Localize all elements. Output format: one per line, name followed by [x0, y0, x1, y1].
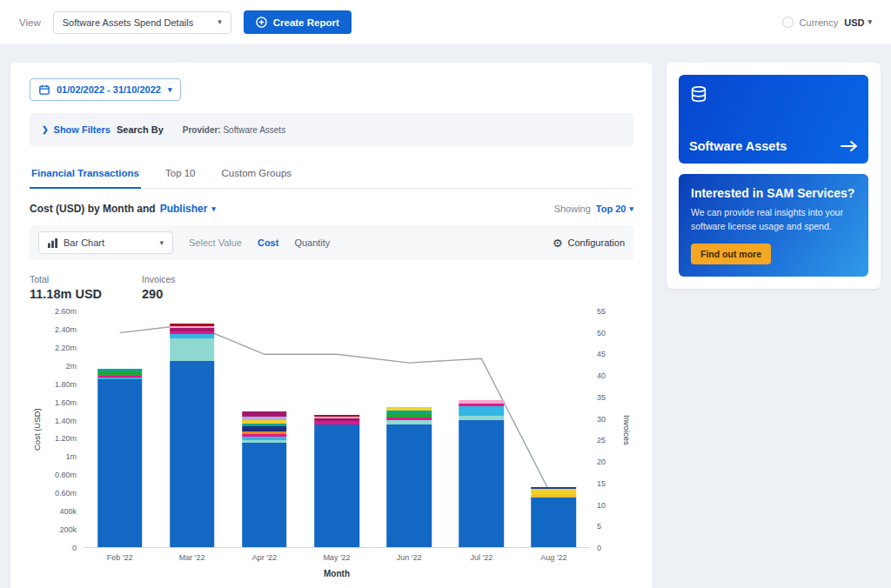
value-option-cost[interactable]: Cost	[258, 237, 278, 248]
y-tick-left: 0.80m	[55, 471, 77, 479]
arrow-right-icon	[841, 140, 858, 152]
currency-label: Currency	[800, 17, 839, 28]
y-tick-right: 15	[597, 479, 606, 488]
y-axis-right-title: Invoices	[620, 311, 633, 548]
y-tick-left: 2.40m	[55, 325, 77, 334]
y-tick-left: 0	[72, 544, 77, 552]
y-axis-left: 0200k400k0.60m0.80m1m1.20m1.40m1.60m1.80…	[44, 311, 84, 548]
search-by-label: Search By	[117, 124, 164, 135]
sam-body: We can provide real insights into your s…	[691, 206, 856, 234]
x-tick: Feb '22	[84, 553, 156, 562]
database-icon	[689, 85, 858, 104]
total-label: Total	[30, 274, 102, 284]
x-tick: Aug '22	[518, 553, 590, 562]
currency-select[interactable]: USD ▾	[844, 17, 872, 28]
x-tick: Mar '22	[156, 553, 228, 562]
view-label: View	[19, 17, 41, 28]
tab-custom-groups[interactable]: Custom Groups	[220, 160, 294, 188]
bar-column	[300, 311, 372, 547]
currency-icon	[782, 17, 794, 28]
chevron-down-icon: ▾	[629, 205, 633, 213]
tab-top-10[interactable]: Top 10	[164, 160, 198, 188]
y-tick-right: 40	[597, 371, 606, 380]
configuration-label: Configuration	[568, 237, 625, 248]
bar-segment[interactable]	[459, 420, 504, 547]
find-out-more-button[interactable]: Find out more	[691, 244, 771, 264]
select-value-label: Select Value	[189, 237, 242, 248]
software-assets-title: Software Assets	[689, 139, 787, 153]
view-select[interactable]: Software Assets Spend Details ▾	[53, 11, 231, 34]
y-tick-left: 0.60m	[55, 489, 77, 498]
y-tick-left: 1.80m	[55, 380, 77, 389]
y-tick-right: 10	[597, 501, 606, 510]
provider-label: Provider:	[183, 125, 221, 135]
right-sidebar: Software Assets Interested in SAM Servic…	[667, 63, 881, 289]
x-tick: May '22	[300, 553, 372, 562]
y-tick-right: 45	[597, 350, 606, 358]
stacked-bar[interactable]	[242, 311, 287, 547]
publisher-dropdown-value: Publisher	[160, 203, 208, 215]
y-tick-right: 50	[597, 329, 606, 337]
stacked-bar[interactable]	[170, 311, 215, 547]
date-range-value: 01/02/2022 - 31/10/2022	[57, 84, 161, 95]
stacked-bar-chart: Cost (USD) 0200k400k0.60m0.80m1m1.20m1.4…	[30, 311, 633, 578]
date-range-picker[interactable]: 01/02/2022 - 31/10/2022 ▾	[30, 78, 181, 101]
chevron-down-icon: ▾	[868, 18, 872, 26]
stacked-bar[interactable]	[314, 311, 359, 547]
y-axis-right: 0510152025303540455055	[590, 311, 620, 548]
sam-title: Interested in SAM Services?	[691, 186, 856, 200]
chevron-down-icon: ▾	[168, 86, 172, 94]
stacked-bar[interactable]	[532, 311, 577, 547]
bar-segment[interactable]	[170, 338, 215, 361]
showing-area: Showing Top 20 ▾	[554, 204, 633, 214]
configuration-button[interactable]: ⚙ Configuration	[553, 237, 625, 249]
invoices-label: Invoices	[142, 274, 176, 284]
stacked-bar[interactable]	[97, 311, 143, 547]
bar-column	[228, 311, 300, 547]
bar-column	[518, 311, 590, 547]
y-tick-right: 20	[597, 458, 606, 466]
x-axis-title: Month	[84, 569, 590, 578]
top-20-dropdown[interactable]: Top 20 ▾	[596, 204, 633, 214]
chart-type-value: Bar Chart	[64, 237, 104, 248]
provider-value: Software Assets	[223, 125, 285, 135]
stacked-bar[interactable]	[386, 311, 432, 547]
stat-total: Total 11.18m USD	[30, 274, 102, 301]
stacked-bar[interactable]	[459, 311, 504, 547]
x-tick: Jul '22	[446, 553, 518, 562]
section-header: Cost (USD) by Month and Publisher ▾ Show…	[30, 203, 633, 215]
chart-type-select[interactable]: Bar Chart ▾	[38, 231, 173, 254]
showing-label: Showing	[554, 204, 591, 214]
y-axis-left-title: Cost (USD)	[30, 311, 44, 548]
show-filters-toggle[interactable]: ❯ Show Filters	[42, 124, 111, 135]
plus-circle-icon	[256, 17, 267, 28]
top-20-value: Top 20	[596, 204, 626, 214]
currency-value: USD	[844, 17, 864, 28]
value-option-quantity[interactable]: Quantity	[294, 237, 330, 248]
y-tick-right: 5	[597, 522, 601, 531]
bar-column	[84, 311, 156, 547]
bar-segment[interactable]	[242, 443, 287, 547]
invoices-value: 290	[142, 287, 176, 301]
y-tick-left: 1m	[65, 452, 77, 461]
bar-segment[interactable]	[97, 379, 143, 547]
bar-segment[interactable]	[532, 498, 577, 547]
filter-bar: ❯ Show Filters Search By Provider: Softw…	[30, 113, 633, 146]
bar-column	[446, 311, 518, 547]
x-axis: Feb '22Mar '22Apr '22May '22Jun '22Jul '…	[84, 553, 590, 562]
software-assets-banner[interactable]: Software Assets	[679, 75, 868, 164]
y-tick-left: 2.20m	[55, 344, 77, 352]
topbar: View Software Assets Spend Details ▾ Cre…	[0, 0, 891, 45]
y-tick-right: 30	[597, 415, 606, 424]
bar-segment[interactable]	[386, 424, 432, 547]
create-report-button[interactable]: Create Report	[244, 10, 352, 34]
publisher-dropdown[interactable]: Publisher ▾	[160, 203, 216, 215]
bar-segment[interactable]	[459, 406, 504, 415]
bar-column	[156, 311, 228, 547]
bar-segment[interactable]	[314, 424, 359, 547]
y-tick-right: 35	[597, 393, 606, 402]
bar-segment[interactable]	[170, 361, 215, 547]
y-tick-right: 0	[597, 544, 601, 552]
tab-financial-transactions[interactable]: Financial Transactions	[30, 160, 141, 189]
chevron-right-icon: ❯	[42, 125, 49, 134]
